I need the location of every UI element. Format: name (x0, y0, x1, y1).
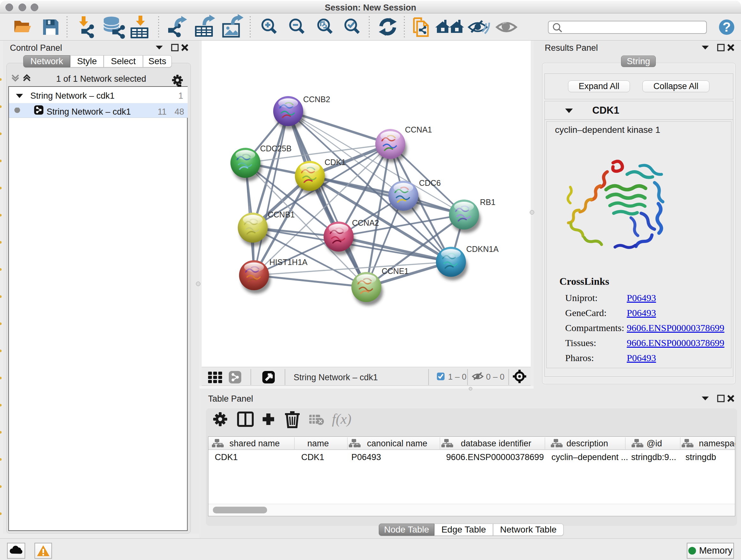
svg-text:CCNB1: CCNB1 (268, 210, 295, 219)
svg-text:CCNB2: CCNB2 (303, 95, 330, 104)
svg-text:f(x): f(x) (332, 411, 351, 427)
svg-text:CCNE1: CCNE1 (382, 266, 409, 275)
svg-text:RB1: RB1 (480, 198, 495, 206)
svg-text:CDC25B: CDC25B (260, 144, 292, 153)
svg-text:HIST1H1A: HIST1H1A (269, 258, 308, 266)
svg-text:CCNA2: CCNA2 (352, 219, 379, 227)
svg-text:CDC6: CDC6 (419, 179, 441, 187)
svg-text:CDK1: CDK1 (325, 158, 346, 167)
svg-text:CDKN1A: CDKN1A (466, 245, 499, 253)
svg-text:CCNA1: CCNA1 (405, 125, 432, 134)
svg-text:1 – 0: 1 – 0 (448, 372, 467, 381)
svg-text:String Network – cdk1: String Network – cdk1 (293, 373, 378, 382)
svg-text:?: ? (723, 19, 731, 35)
svg-text:0 – 0: 0 – 0 (486, 372, 504, 381)
